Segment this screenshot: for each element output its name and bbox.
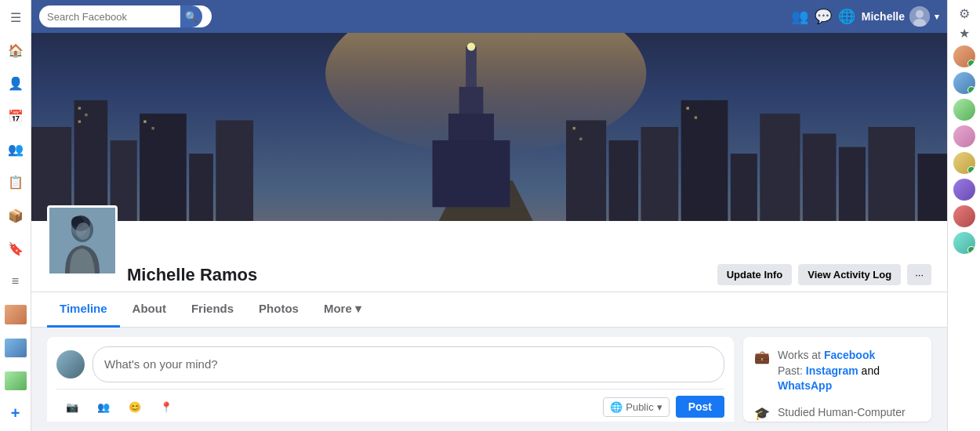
svg-rect-27 xyxy=(731,154,757,221)
tab-photos[interactable]: Photos xyxy=(246,292,311,328)
svg-point-50 xyxy=(76,223,90,240)
calendar-icon[interactable]: 📅 xyxy=(5,107,27,125)
profile-name: Michelle Ramos xyxy=(127,265,708,285)
star-icon[interactable]: ★ xyxy=(959,26,970,41)
activity-log-button[interactable]: View Activity Log xyxy=(798,264,901,285)
public-label: Public xyxy=(626,401,653,413)
studied-label: Studied Human-Computer Interaction at xyxy=(778,406,906,422)
svg-rect-30 xyxy=(839,147,866,221)
thumbnail-3-icon[interactable] xyxy=(5,371,27,390)
profile-picture-container xyxy=(47,205,118,276)
hamburger-menu-icon[interactable]: ☰ xyxy=(5,8,27,27)
update-info-button[interactable]: Update Info xyxy=(717,264,793,285)
location-action-button[interactable]: 📍 xyxy=(151,397,182,418)
profile-actions: Update Info View Activity Log ··· xyxy=(717,264,931,292)
tab-timeline[interactable]: Timeline xyxy=(47,292,120,328)
info-work-text: Works at Facebook Past: Instagram and Wh… xyxy=(778,348,920,394)
svg-point-22 xyxy=(467,43,475,51)
profile-icon[interactable]: 👤 xyxy=(5,74,27,92)
username-label: Michelle xyxy=(862,10,905,23)
more-icon[interactable]: ≡ xyxy=(5,272,27,291)
svg-rect-41 xyxy=(695,116,697,118)
post-box-avatar xyxy=(56,350,85,378)
friend-avatar-7[interactable] xyxy=(953,205,975,227)
tag-action-button[interactable]: 👥 xyxy=(88,397,119,418)
pages-icon[interactable]: 📋 xyxy=(5,173,27,192)
settings-icon[interactable]: ⚙ xyxy=(959,6,970,21)
main-content: 🔍 👥 💬 🌐 Michelle ▾ xyxy=(31,0,947,431)
svg-rect-13 xyxy=(74,100,108,221)
profile-area: Michelle Ramos Update Info View Activity… xyxy=(31,33,947,431)
post-box: What's on your mind? 📷 👥 😊 📍 🌐 Public ▾ xyxy=(47,337,734,422)
svg-rect-40 xyxy=(687,107,689,109)
svg-rect-24 xyxy=(609,140,639,221)
thumbnail-2-icon[interactable] xyxy=(5,339,27,357)
svg-point-1 xyxy=(916,10,924,18)
friend-avatar-5[interactable] xyxy=(953,152,975,174)
top-navigation: 🔍 👥 💬 🌐 Michelle ▾ xyxy=(31,0,947,33)
friend-avatar-2[interactable] xyxy=(953,72,975,94)
info-work: 💼 Works at Facebook Past: Instagram and … xyxy=(754,348,920,394)
user-avatar xyxy=(909,6,930,27)
employer-label[interactable]: Facebook xyxy=(824,349,875,361)
post-button[interactable]: Post xyxy=(676,396,724,418)
profile-header: Michelle Ramos Update Info View Activity… xyxy=(31,221,947,292)
info-education-text: Studied Human-Computer Interaction at Ca… xyxy=(778,405,920,422)
friend-avatar-3[interactable] xyxy=(953,99,975,121)
past-employer-1[interactable]: Instagram xyxy=(806,364,858,377)
emoji-action-button[interactable]: 😊 xyxy=(119,397,151,418)
search-input[interactable] xyxy=(47,11,180,23)
photo-action-button[interactable]: 📷 xyxy=(56,397,88,418)
more-options-button[interactable]: ··· xyxy=(907,264,931,285)
saved-icon[interactable]: 🔖 xyxy=(5,239,27,258)
dropdown-chevron-icon: ▾ xyxy=(657,401,662,413)
user-menu[interactable]: Michelle ▾ xyxy=(862,6,939,27)
audience-selector[interactable]: 🌐 Public ▾ xyxy=(603,397,669,417)
thumbnail-1-icon[interactable] xyxy=(5,305,27,324)
friend-avatar-6[interactable] xyxy=(953,179,975,201)
tab-more[interactable]: More ▾ xyxy=(311,292,374,328)
cover-photo xyxy=(31,33,947,221)
svg-rect-36 xyxy=(143,120,146,122)
messenger-nav-icon[interactable]: 💬 xyxy=(815,8,832,25)
friend-avatar-1[interactable] xyxy=(953,45,975,67)
svg-rect-39 xyxy=(579,138,582,140)
svg-rect-17 xyxy=(216,120,253,221)
friend-avatar-8[interactable] xyxy=(953,232,975,254)
svg-rect-15 xyxy=(140,114,187,221)
search-button[interactable]: 🔍 xyxy=(180,5,202,27)
svg-rect-26 xyxy=(681,100,728,221)
svg-rect-37 xyxy=(151,127,154,129)
svg-rect-25 xyxy=(641,127,679,221)
right-sidebar: ⚙ ★ xyxy=(947,0,980,431)
tab-about[interactable]: About xyxy=(120,292,179,328)
groups-icon[interactable]: 👥 xyxy=(5,140,27,159)
feed-column: What's on your mind? 📷 👥 😊 📍 🌐 Public ▾ xyxy=(47,337,734,422)
globe-icon: 🌐 xyxy=(610,401,622,413)
svg-rect-31 xyxy=(868,127,915,221)
tab-friends[interactable]: Friends xyxy=(179,292,246,328)
profile-picture xyxy=(47,205,118,276)
info-column: 💼 Works at Facebook Past: Instagram and … xyxy=(743,337,931,422)
svg-rect-33 xyxy=(78,107,81,109)
profile-tabs: Timeline About Friends Photos More ▾ xyxy=(31,292,947,328)
globe-nav-icon[interactable]: 🌐 xyxy=(838,8,855,25)
svg-rect-29 xyxy=(803,134,837,221)
friends-nav-icon[interactable]: 👥 xyxy=(791,8,808,25)
add-button-icon[interactable]: + xyxy=(5,404,27,423)
content-area: What's on your mind? 📷 👥 😊 📍 🌐 Public ▾ xyxy=(31,328,947,431)
post-submit-area: 🌐 Public ▾ Post xyxy=(603,396,724,418)
post-input[interactable]: What's on your mind? xyxy=(93,346,724,382)
profile-name-area: Michelle Ramos xyxy=(127,265,708,292)
search-bar: 🔍 xyxy=(39,5,212,27)
left-sidebar: ☰ 🏠 👤 📅 👥 📋 📦 🔖 ≡ + xyxy=(0,0,31,431)
home-icon[interactable]: 🏠 xyxy=(5,41,27,60)
svg-rect-28 xyxy=(760,114,800,221)
friend-avatar-4[interactable] xyxy=(953,125,975,147)
nav-icons: 👥 💬 🌐 Michelle ▾ xyxy=(791,6,939,27)
svg-rect-35 xyxy=(78,120,81,122)
marketplace-icon[interactable]: 📦 xyxy=(5,206,27,225)
graduation-icon: 🎓 xyxy=(754,406,770,422)
post-box-top: What's on your mind? xyxy=(56,346,724,382)
past-employer-2[interactable]: WhatsApp xyxy=(778,379,832,392)
